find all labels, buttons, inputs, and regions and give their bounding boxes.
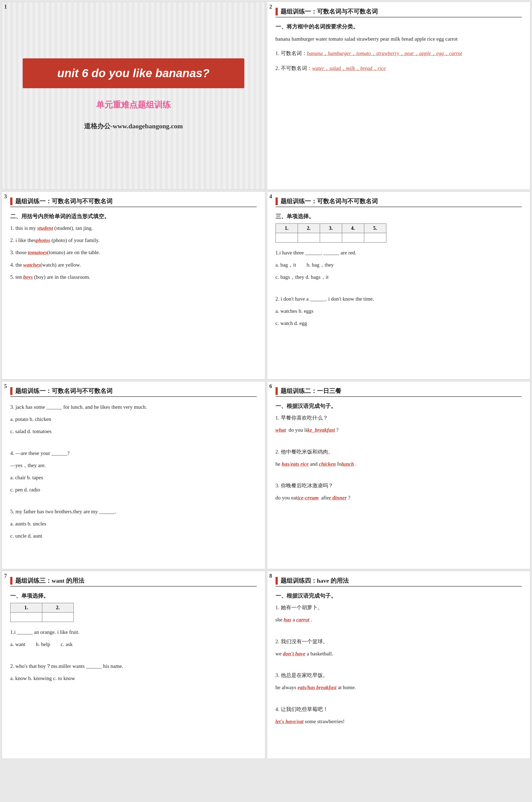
header-text-8: 题组训练四：have 的用法 [281, 577, 349, 585]
q5-5: 5. my father has two brothers.they are m… [10, 507, 257, 516]
section-title-2: 一、将方框中的名词按要求分类。 [276, 23, 522, 31]
header-icon-8 [276, 577, 278, 585]
ans-5: boys [23, 274, 33, 280]
section-title-6: 一、根据汉语完成句子。 [276, 402, 522, 410]
q4-1a: a. bag，it b. bag，they [276, 260, 522, 270]
q8-cn-1: 1. 她有一个胡萝卜。 [276, 603, 522, 612]
chicken-ans: chicken [319, 461, 336, 467]
ke-breakfast: ke_breakfast [307, 427, 335, 433]
q5-4r: —yes，they are. [10, 461, 257, 470]
cell-number-8: 8 [269, 573, 272, 579]
col-5: 5. [364, 224, 386, 233]
title-banner: unit 6 do you like bananas? [23, 58, 244, 88]
ans-3: tomatoes [28, 250, 47, 255]
q6-1: what do you like_breakfast ? [276, 425, 522, 435]
ans-col-3 [320, 233, 342, 242]
has-ans: has [284, 617, 291, 622]
ans-col-5 [364, 233, 386, 242]
answer-table-4: 1. 2. 3. 4. 5. [276, 223, 386, 242]
col-1: 1. [276, 224, 298, 233]
main-title: unit 6 do you like bananas? [28, 67, 239, 80]
q4-2a: a. watches b. eggs [276, 306, 522, 316]
q6-cn-1: 1. 早餐你喜欢吃什么？ [276, 413, 522, 423]
ice-cream-ans: ice-cream [297, 495, 319, 500]
q6-2: he has/eats rice and chicken folunch . [276, 459, 522, 469]
q7-1: 1.i ______ an orange. i like fruit. [10, 627, 257, 637]
header-icon-5 [10, 387, 13, 395]
eats-has-breakfast: eats/has breakfast [298, 685, 337, 690]
cell-4: 4 题组训练一：可数名词与不可数名词 三、单项选择。 1. 2. 3. 4. 5… [267, 192, 531, 379]
header-icon-7 [10, 577, 13, 585]
item-3: 3. those tomatoes(tomato) are on the tab… [10, 248, 257, 257]
cell-7: 7 题组训练三：want 的用法 一、单项选择。 1. 2. 1.i _____… [2, 571, 265, 759]
ans-col-4 [342, 233, 364, 242]
section-title-7: 一、单项选择。 [10, 592, 257, 600]
q6-3: do you eatice-cream after dinner ? [276, 493, 522, 503]
words: banana hamburger water tomato salad stra… [276, 34, 522, 44]
section-header-7: 题组训练三：want 的用法 [10, 577, 257, 587]
questions-4: 1.i have three ______. ______ are red. a… [276, 248, 522, 328]
header-text-6: 题组训练二：一日三餐 [281, 387, 341, 395]
dont-have-ans: don't have [283, 651, 305, 657]
q4-1b: c. bags，they d. bags，it [276, 272, 522, 282]
cell-1: 1 unit 6 do you like bananas? 单元重难点题组训练 … [2, 2, 265, 190]
header-icon-2 [276, 8, 278, 16]
ans-col-1 [276, 233, 298, 242]
questions-7: 1.i ______ an orange. i like fruit. a. w… [10, 627, 257, 683]
lunch-ans: lunch [342, 461, 354, 467]
questions-5: 3. jack has some ______ for lunch. and h… [10, 402, 257, 541]
col-3: 3. [320, 224, 342, 233]
item-4: 4. the watches(watch) are yellow. [10, 260, 257, 270]
header-icon-3 [10, 198, 13, 205]
q5-3: 3. jack has some ______ for lunch. and h… [10, 402, 257, 412]
q8-3: he always eats/has breakfast at home. [276, 683, 522, 692]
word-list: banana hamburger water tomato salad stra… [276, 34, 522, 44]
header-icon-6 [276, 387, 278, 395]
q5-3a: a. potato b. chicken [10, 415, 257, 424]
cell-3: 3 题组训练一：可数名词与不可数名词 二、用括号内所给单词的适当形式填空。 1.… [2, 192, 265, 379]
header-text-7: 题组训练三：want 的用法 [15, 577, 84, 585]
q2-answer: water，salad，milk，bread，rice [312, 65, 386, 71]
q6-cn-2: 2. 他中餐吃米饭和鸡肉。 [276, 447, 522, 457]
q1-label: 1. 可数名词： [276, 50, 307, 56]
ans-4: watches [23, 262, 40, 268]
q5-3b: c. salad d. tomatoes [10, 427, 257, 436]
cell-number-6: 6 [269, 383, 272, 389]
cell-number-3: 3 [4, 193, 7, 200]
section-header-3: 题组训练一：可数名词与不可数名词 [10, 197, 257, 207]
q7-2a: a. know b. knowing c. to know [10, 674, 257, 683]
section-header-6: 题组训练二：一日三餐 [276, 387, 522, 397]
ans-2: photos [36, 237, 50, 243]
cell-2: 2 题组训练一：可数名词与不可数名词 一、将方框中的名词按要求分类。 banan… [267, 2, 531, 190]
item-2: 2. i like thesphotos (photo) of your fam… [10, 236, 257, 245]
section-header-8: 题组训练四：have 的用法 [276, 577, 522, 587]
subtitle: 单元重难点题组训练 [96, 99, 171, 111]
cell-6: 6 题组训练二：一日三餐 一、根据汉语完成句子。 1. 早餐你喜欢吃什么？ wh… [267, 381, 531, 569]
col-4: 4. [342, 224, 364, 233]
q8-cn-3: 3. 他总是在家吃早饭。 [276, 671, 522, 680]
q5-4b: c. pen d. radio [10, 485, 257, 494]
header-text-5: 题组训练一：可数名词与不可数名词 [15, 387, 113, 395]
fill-blanks: 1. this is my student (student), tan jin… [10, 223, 257, 282]
header-text-2: 题组训练一：可数名词与不可数名词 [281, 7, 378, 16]
section-title-4: 三、单项选择。 [276, 213, 522, 220]
website: 道格办公-www.daogebangong.com [84, 122, 183, 130]
q6-cn-3: 3. 你晚餐后吃冰激凌吗？ [276, 481, 522, 490]
what-ans: what [276, 427, 286, 433]
cell-number-5: 5 [4, 383, 7, 389]
q5-5a: a. aunts b. uncles [10, 519, 257, 528]
q2-label: 2. 不可数名词： [276, 65, 312, 71]
answers-2: 1. 可数名词：banana，hamburger，tomato，strawber… [276, 49, 522, 73]
q1-row: 1. 可数名词：banana，hamburger，tomato，strawber… [276, 49, 522, 58]
q7-2: 2. who's that boy？ms.miller wants ______… [10, 661, 257, 671]
header-text-4: 题组训练一：可数名词与不可数名词 [281, 197, 378, 205]
td7-2 [42, 613, 74, 622]
section-header-4: 题组训练一：可数名词与不可数名词 [276, 197, 522, 207]
q8-2: we don't have a basketball. [276, 649, 522, 658]
q7-1a: a. want b. help c. ask [10, 640, 257, 649]
cell-8: 8 题组训练四：have 的用法 一、根据汉语完成句子。 1. 她有一个胡萝卜。… [267, 571, 531, 759]
cell-number-7: 7 [4, 573, 7, 579]
q5-4a: a. chair b. tapes [10, 473, 257, 482]
q1-answer: banana，hamburger，tomato，strawberry，pear，… [307, 50, 462, 56]
section-header-5: 题组训练一：可数名词与不可数名词 [10, 387, 257, 397]
